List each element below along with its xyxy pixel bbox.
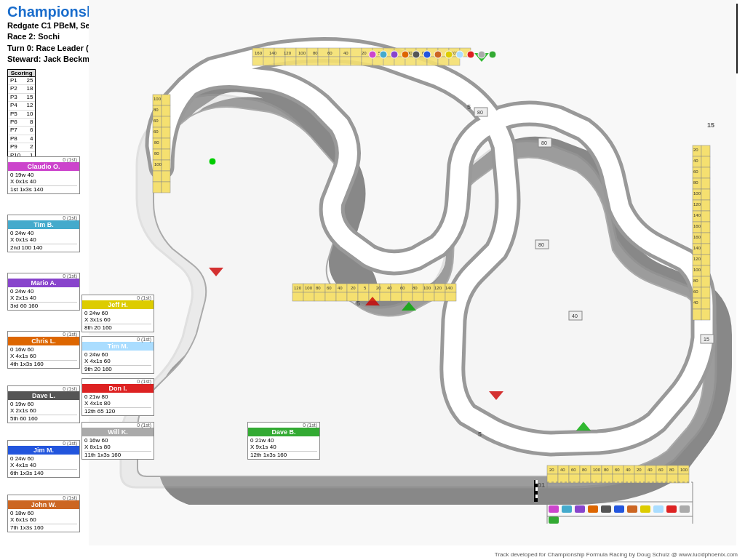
svg-point-248: [445, 51, 453, 58]
card-name: Dave B.: [248, 428, 319, 436]
card-name: Chris L.: [8, 337, 79, 345]
svg-point-245: [413, 51, 420, 58]
card-stats: 0 24w 60X 4x1s 406th 1x3s 140: [8, 455, 79, 477]
svg-rect-217: [413, 292, 423, 301]
svg-rect-130: [701, 244, 710, 255]
card-total-row: 12th 65 120: [84, 407, 151, 415]
card-position-label: 0 (1st): [8, 386, 79, 391]
scoring-row: P125: [8, 77, 35, 85]
svg-rect-90: [162, 105, 170, 116]
svg-text:15: 15: [707, 121, 714, 129]
svg-point-243: [391, 51, 398, 58]
svg-rect-261: [653, 505, 664, 513]
svg-rect-218: [423, 292, 434, 301]
svg-text:60: 60: [327, 286, 332, 290]
svg-rect-54: [329, 57, 340, 65]
player-card-don: 0 (1st)Don I.0 21w 80X 4x1s 8012th 65 12…: [81, 378, 154, 416]
card-skid-row: X 2x1s 60: [10, 407, 77, 414]
svg-text:80: 80: [669, 468, 674, 472]
card-wear-row: 0 24w 60: [10, 455, 77, 462]
svg-rect-93: [162, 138, 170, 149]
svg-rect-126: [701, 200, 710, 211]
card-name: Claudio O.: [8, 162, 79, 171]
svg-rect-262: [666, 505, 677, 513]
svg-text:160: 160: [693, 235, 701, 239]
footer-text: Track developed for Championship Formula…: [495, 551, 738, 558]
svg-point-244: [402, 51, 409, 58]
card-wear-row: 0 16w 60: [84, 437, 151, 444]
svg-rect-134: [701, 287, 710, 298]
card-skid-row: X 9x1s 40: [250, 444, 317, 450]
svg-rect-36: [351, 48, 362, 57]
svg-rect-263: [680, 505, 690, 513]
card-skid-row: X 4x1s 40: [10, 462, 77, 468]
scoring-row: P92: [8, 143, 35, 151]
card-total-row: 7th 1x3s 160: [10, 524, 77, 531]
svg-text:80: 80: [604, 468, 609, 472]
svg-rect-264: [549, 516, 559, 524]
card-name: Jeff H.: [82, 300, 154, 309]
svg-rect-94: [162, 149, 170, 160]
svg-text:20: 20: [693, 148, 698, 152]
svg-rect-92: [162, 127, 170, 138]
card-skid-row: X 6x1s 60: [10, 516, 77, 523]
card-position-label: 0 (1st): [8, 273, 79, 279]
card-position-label: 0 (1st): [8, 495, 79, 500]
svg-text:100: 100: [693, 191, 701, 196]
card-wear-row: 0 18w 60: [10, 510, 77, 516]
svg-rect-210: [336, 292, 347, 301]
card-stats: 0 19w 60X 2x1s 605th 60 160: [8, 400, 79, 423]
svg-text:80: 80: [693, 279, 698, 283]
card-skid-row: X 0x1s 40: [10, 236, 77, 243]
card-skid-row: X 2x1s 40: [10, 295, 77, 301]
svg-rect-121: [701, 145, 710, 156]
svg-point-241: [369, 51, 376, 58]
svg-rect-289: [535, 495, 538, 498]
svg-rect-124: [701, 178, 710, 189]
player-card-john: 0 (1st)John W.0 18w 60X 6x1s 607th 1x3s …: [7, 495, 80, 532]
svg-rect-91: [162, 116, 170, 127]
card-stats: 0 24w 60X 3x1s 608th 20 160: [82, 309, 154, 332]
card-skid-row: X 3x1s 60: [84, 316, 151, 323]
svg-rect-97: [162, 182, 170, 193]
svg-rect-219: [434, 292, 445, 301]
svg-rect-125: [701, 189, 710, 200]
svg-rect-135: [701, 298, 710, 309]
svg-rect-127: [701, 211, 710, 222]
card-position-label: 0 (1st): [8, 215, 79, 220]
svg-rect-253: [549, 505, 559, 513]
svg-rect-259: [627, 505, 637, 513]
svg-rect-206: [292, 292, 303, 301]
svg-text:40: 40: [343, 51, 348, 55]
svg-text:60: 60: [693, 169, 698, 174]
card-total-row: 9th 20 160: [84, 365, 151, 372]
svg-rect-132: [701, 265, 710, 276]
svg-text:20: 20: [549, 468, 554, 472]
card-position-label: 0 (1st): [82, 423, 154, 428]
player-card-mario: 0 (1st)Mario A.0 24w 40X 2x1s 403rd 60 1…: [7, 273, 80, 311]
svg-rect-123: [701, 167, 710, 178]
card-wear-row: 0 24w 60: [84, 310, 151, 316]
svg-point-249: [456, 51, 463, 58]
svg-rect-209: [325, 292, 336, 301]
card-wear-row: 0 24w 60: [84, 351, 151, 358]
svg-rect-95: [162, 160, 170, 171]
svg-rect-174: [645, 474, 656, 483]
card-wear-row: 0 21w 40: [250, 437, 317, 444]
svg-text:80: 80: [154, 108, 159, 112]
card-wear-row: 0 24w 40: [10, 288, 77, 295]
svg-text:100: 100: [298, 51, 306, 55]
svg-text:120: 120: [434, 286, 442, 290]
card-position-label: 0 (1st): [8, 157, 79, 162]
svg-text:20: 20: [376, 286, 381, 290]
svg-text:80: 80: [538, 242, 544, 247]
svg-text:5: 5: [356, 300, 360, 307]
svg-rect-47: [252, 57, 263, 65]
svg-rect-50: [285, 57, 296, 65]
svg-rect-87: [153, 171, 162, 182]
player-card-dave-b: 0 (1st)Dave B.0 21w 40X 9x1s 4012th 1x3s…: [247, 422, 320, 460]
svg-text:120: 120: [284, 51, 292, 55]
card-stats: 0 16w 60X 8x1s 8011th 1x3s 160: [82, 436, 154, 459]
svg-rect-256: [588, 505, 598, 513]
svg-rect-287: [535, 480, 538, 484]
